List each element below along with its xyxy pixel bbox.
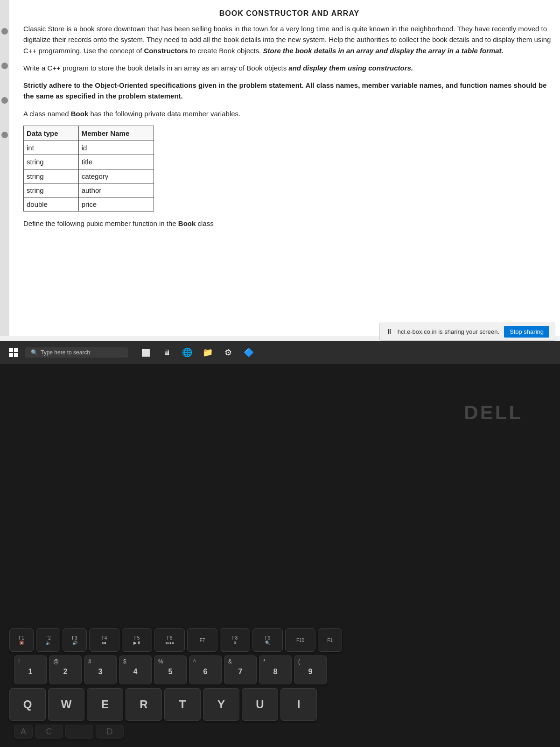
pubic-func-paragraph: Define the following pubic member functi… xyxy=(23,218,555,229)
hash-top: # xyxy=(88,658,91,665)
book-bold-1: Book xyxy=(71,110,89,118)
task-view-button[interactable]: ⬜ xyxy=(137,344,155,361)
col-datatype: Data type xyxy=(24,126,79,141)
key-at[interactable]: @ 2 xyxy=(49,655,82,684)
type-int: int xyxy=(24,141,79,155)
svg-rect-3 xyxy=(14,353,18,357)
key-percent[interactable]: % 5 xyxy=(154,655,187,684)
key-caret[interactable]: ^ 6 xyxy=(189,655,222,684)
taskbar-search-box[interactable]: 🔍 Type here to search xyxy=(25,347,128,358)
key-q[interactable]: Q xyxy=(9,688,46,721)
key-y[interactable]: Y xyxy=(203,688,239,721)
key-amp[interactable]: & 7 xyxy=(224,655,257,684)
screen-share-bar: ⏸ hcl.e-box.co.in is sharing your screen… xyxy=(379,323,555,341)
windows-icon xyxy=(9,348,18,357)
f4-label: F4 xyxy=(102,635,107,641)
key-f9[interactable]: F9 🔍 xyxy=(252,628,283,652)
file-explorer-icon[interactable]: 📁 xyxy=(199,344,217,361)
sidebar-dot-1 xyxy=(1,28,8,35)
star-top: * xyxy=(263,658,266,665)
member-id: id xyxy=(78,141,154,155)
fn-key-row: F1 🔇 F2 🔈 F3 🔊 F4 ⏮ F5 ▶⏸ F6 ⏭⏭ xyxy=(9,628,551,652)
at-top: @ xyxy=(53,658,59,665)
key-t[interactable]: T xyxy=(164,688,201,721)
qwerty-row: Q W E R T Y U I xyxy=(9,688,551,721)
key-f4[interactable]: F4 ⏮ xyxy=(89,628,119,652)
warning-bold: Strictly adhere to the Object-Oriented s… xyxy=(23,81,546,100)
num8-bottom: 8 xyxy=(273,668,278,676)
type-double: double xyxy=(24,197,79,211)
f6-label: F6 xyxy=(167,635,173,641)
table-row: string title xyxy=(24,155,154,169)
key-f3[interactable]: F3 🔊 xyxy=(63,628,87,652)
desktop-icon[interactable]: 🖥 xyxy=(158,344,175,361)
key-i[interactable]: I xyxy=(280,688,317,721)
key-f10[interactable]: F10 xyxy=(285,628,315,652)
type-string-2: string xyxy=(24,169,79,183)
key-w[interactable]: W xyxy=(48,688,84,721)
key-s-partial[interactable]: C xyxy=(35,725,63,739)
f6-icon: ⏭⏭ xyxy=(166,641,174,645)
f3-label: F3 xyxy=(72,635,77,641)
member-author: author xyxy=(78,183,154,197)
screen: BOOK CONSTRUCTOR AND ARRAY Classic Store… xyxy=(0,0,560,364)
taskbar-icons: ⬜ 🖥 🌐 📁 ⚙ 🔷 xyxy=(137,344,258,361)
num7-bottom: 7 xyxy=(238,668,243,676)
document-title: BOOK CONSTRUCTOR AND ARRAY xyxy=(23,9,555,18)
member-category: category xyxy=(78,169,154,183)
task-paragraph: Write a C++ program to store the book de… xyxy=(23,63,555,73)
member-price: price xyxy=(78,197,154,211)
f7-label: F7 xyxy=(200,638,205,643)
number-row: ! 1 @ 2 # 3 $ 4 % 5 ^ 6 xyxy=(9,655,551,684)
key-star[interactable]: * 8 xyxy=(259,655,292,684)
type-string-1: string xyxy=(24,155,79,169)
f9-icon: 🔍 xyxy=(265,641,270,645)
table-row: string category xyxy=(24,169,154,183)
key-r[interactable]: R xyxy=(126,688,162,721)
key-f5[interactable]: F5 ▶⏸ xyxy=(122,628,152,652)
key-f6[interactable]: F6 ⏭⏭ xyxy=(154,628,185,652)
key-u[interactable]: U xyxy=(242,688,278,721)
key-excl[interactable]: ! 1 xyxy=(14,655,47,684)
f5-label: F5 xyxy=(134,635,140,641)
key-f1[interactable]: F1 🔇 xyxy=(9,628,34,652)
f2-icon: 🔈 xyxy=(46,641,51,645)
member-title: title xyxy=(78,155,154,169)
key-f7[interactable]: F7 xyxy=(187,628,217,652)
stop-sharing-button[interactable]: Stop sharing xyxy=(504,326,549,338)
pct-top: % xyxy=(158,658,163,665)
type-string-3: string xyxy=(24,183,79,197)
key-f11[interactable]: F1 xyxy=(318,628,342,652)
svg-rect-1 xyxy=(14,348,18,352)
app-icon-1[interactable]: ⚙ xyxy=(219,344,237,361)
key-lparen[interactable]: ( 9 xyxy=(294,655,327,684)
key-d-partial[interactable] xyxy=(65,725,93,739)
num1-bottom: 1 xyxy=(28,668,33,676)
f11-label: F1 xyxy=(327,638,333,643)
amp-top: & xyxy=(228,658,232,665)
sidebar-dots xyxy=(0,0,9,336)
key-f8[interactable]: F8 🖥 xyxy=(220,628,250,652)
key-a-partial[interactable]: A xyxy=(14,725,33,739)
sidebar-dot-2 xyxy=(1,63,8,69)
key-hash[interactable]: # 3 xyxy=(84,655,117,684)
f5-icon: ▶⏸ xyxy=(133,641,141,645)
app-icon-2[interactable]: 🔷 xyxy=(240,344,258,361)
key-e[interactable]: E xyxy=(87,688,123,721)
f9-label: F9 xyxy=(265,635,271,641)
table-body: int id string title string category stri… xyxy=(24,141,154,211)
table-header-row: Data type Member Name xyxy=(24,126,154,141)
task-italic: and display them using constructors. xyxy=(288,64,413,72)
constructors-bold: Constructors xyxy=(144,47,188,55)
store-italic: Store the book details in an array and d… xyxy=(263,47,504,55)
key-f-partial[interactable]: D xyxy=(96,725,124,739)
caret-top: ^ xyxy=(193,658,196,665)
start-button[interactable] xyxy=(4,343,23,362)
key-dollar[interactable]: $ 4 xyxy=(119,655,152,684)
num9-bottom: 9 xyxy=(308,668,313,676)
edge-icon[interactable]: 🌐 xyxy=(178,344,196,361)
key-f2[interactable]: F2 🔈 xyxy=(36,628,60,652)
f3-icon: 🔊 xyxy=(72,641,77,645)
col-membername: Member Name xyxy=(78,126,154,141)
table-row: int id xyxy=(24,141,154,155)
